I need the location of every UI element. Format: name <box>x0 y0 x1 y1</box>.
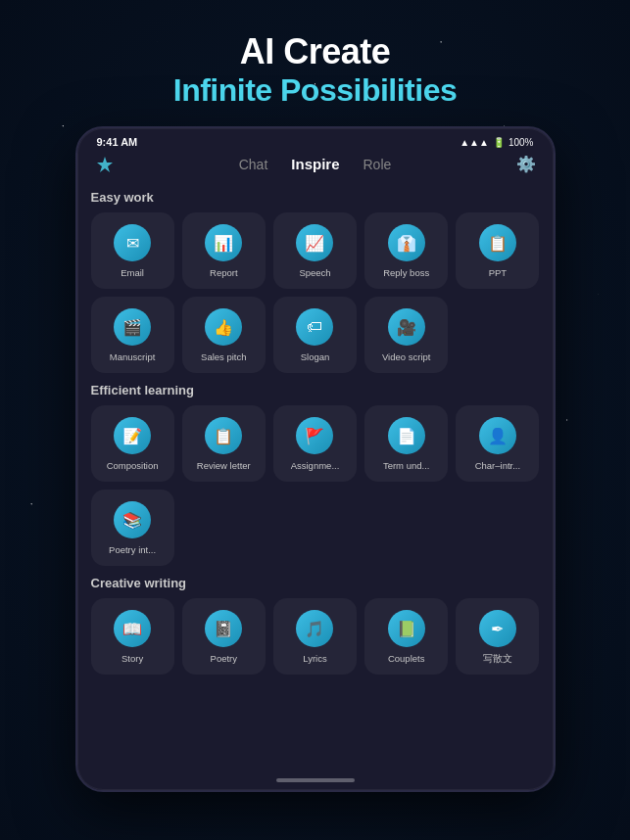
speech-label: Speech <box>299 267 330 278</box>
report-label: Report <box>210 267 238 278</box>
assignment-icon: 🚩 <box>296 417 333 454</box>
manuscript-label: Manuscript <box>110 351 155 362</box>
app-logo <box>95 155 115 174</box>
poetry-icon: 📓 <box>205 610 242 647</box>
grid-item-char-intr[interactable]: 👤 Char–intr... <box>456 405 539 482</box>
main-content: Easy work ✉ Email 📊 Report 📈 Speech 👔 Re… <box>77 180 554 770</box>
battery-icon: 🔋 <box>493 137 505 148</box>
story-icon: 📖 <box>114 610 151 647</box>
lyrics-icon: 🎵 <box>296 610 333 647</box>
grid-item-report[interactable]: 📊 Report <box>182 212 266 289</box>
sales-pitch-icon: 👍 <box>205 308 242 346</box>
status-icons: ▲▲▲ 🔋 100% <box>460 137 533 148</box>
grid-item-story[interactable]: 📖 Story <box>91 598 174 675</box>
grid-item-term-und[interactable]: 📄 Term und... <box>364 405 448 482</box>
slogan-label: Slogan <box>301 351 330 362</box>
grid-item-xsw[interactable]: ✒ 写散文 <box>456 598 539 675</box>
composition-label: Composition <box>107 460 159 471</box>
easy-work-grid: ✉ Email 📊 Report 📈 Speech 👔 Reply boss 📋… <box>91 212 540 373</box>
grid-item-slogan[interactable]: 🏷 Slogan <box>273 297 357 373</box>
xsw-label: 写散文 <box>483 653 512 664</box>
couplets-icon: 📗 <box>388 610 425 647</box>
home-bar <box>276 778 355 782</box>
speech-icon: 📈 <box>296 224 333 261</box>
grid-item-reply-boss[interactable]: 👔 Reply boss <box>364 212 448 289</box>
review-letter-label: Review letter <box>197 460 251 471</box>
grid-item-manuscript[interactable]: 🎬 Manuscript <box>91 297 174 373</box>
ppt-label: PPT <box>489 267 507 278</box>
grid-item-email[interactable]: ✉ Email <box>91 212 174 289</box>
grid-item-video-script[interactable]: 🎥 Video script <box>364 297 448 373</box>
term-und-icon: 📄 <box>388 417 425 454</box>
creative-writing-grid: 📖 Story 📓 Poetry 🎵 Lyrics 📗 Couplets ✒ 写… <box>91 598 540 675</box>
ppt-icon: 📋 <box>479 224 516 261</box>
grid-item-composition[interactable]: 📝 Composition <box>91 405 174 482</box>
grid-item-poetry-int[interactable]: 📚 Poetry int... <box>91 490 174 566</box>
term-und-label: Term und... <box>383 460 430 471</box>
grid-item-poetry[interactable]: 📓 Poetry <box>182 598 266 675</box>
report-icon: 📊 <box>205 224 242 261</box>
nav-inspire[interactable]: Inspire <box>291 156 339 172</box>
nav-bar: Chat Inspire Role ⚙️ <box>77 152 554 180</box>
assignment-label: Assignme... <box>291 460 340 471</box>
reply-boss-icon: 👔 <box>388 224 425 261</box>
settings-icon[interactable]: ⚙️ <box>516 155 536 173</box>
battery-percent: 100% <box>509 137 534 148</box>
nav-chat[interactable]: Chat <box>239 157 268 172</box>
section-title-creative-writing: Creative writing <box>91 576 540 590</box>
manuscript-icon: 🎬 <box>114 308 151 346</box>
char-intr-label: Char–intr... <box>475 460 520 471</box>
efficient-learning-grid: 📝 Composition 📋 Review letter 🚩 Assignme… <box>91 405 540 566</box>
review-letter-icon: 📋 <box>205 417 242 454</box>
poetry-int-icon: 📚 <box>114 501 151 538</box>
video-script-icon: 🎥 <box>388 308 425 346</box>
status-bar: 9:41 AM ▲▲▲ 🔋 100% <box>77 128 554 152</box>
grid-item-speech[interactable]: 📈 Speech <box>273 212 357 289</box>
wifi-icon: ▲▲▲ <box>460 137 489 148</box>
reply-boss-label: Reply boss <box>383 267 429 278</box>
slogan-icon: 🏷 <box>296 308 333 346</box>
char-intr-icon: 👤 <box>479 417 516 454</box>
grid-item-assignment[interactable]: 🚩 Assignme... <box>273 405 357 482</box>
composition-icon: 📝 <box>114 417 151 454</box>
story-label: Story <box>121 653 143 664</box>
grid-item-review-letter[interactable]: 📋 Review letter <box>182 405 266 482</box>
email-label: Email <box>121 267 144 278</box>
video-script-label: Video script <box>382 351 430 362</box>
nav-role[interactable]: Role <box>363 157 391 172</box>
grid-item-lyrics[interactable]: 🎵 Lyrics <box>273 598 357 675</box>
email-icon: ✉ <box>114 224 151 261</box>
section-title-easy-work: Easy work <box>91 190 540 205</box>
ipad-frame: 9:41 AM ▲▲▲ 🔋 100% Chat Inspire Role ⚙️ … <box>75 126 556 792</box>
grid-item-couplets[interactable]: 📗 Couplets <box>364 598 448 675</box>
header: AI Create Infinite Possibilities <box>173 31 458 109</box>
xsw-icon: ✒ <box>479 610 516 647</box>
status-time: 9:41 AM <box>97 136 138 148</box>
sales-pitch-label: Sales pitch <box>201 351 246 362</box>
main-title: AI Create <box>173 31 458 72</box>
couplets-label: Couplets <box>388 653 425 664</box>
poetry-label: Poetry <box>211 653 237 664</box>
grid-item-sales-pitch[interactable]: 👍 Sales pitch <box>182 297 266 373</box>
home-indicator <box>77 770 554 790</box>
lyrics-label: Lyrics <box>303 653 326 664</box>
section-title-efficient-learning: Efficient learning <box>91 383 540 397</box>
poetry-int-label: Poetry int... <box>109 544 156 555</box>
grid-item-ppt[interactable]: 📋 PPT <box>456 212 539 289</box>
main-subtitle: Infinite Possibilities <box>173 72 458 109</box>
